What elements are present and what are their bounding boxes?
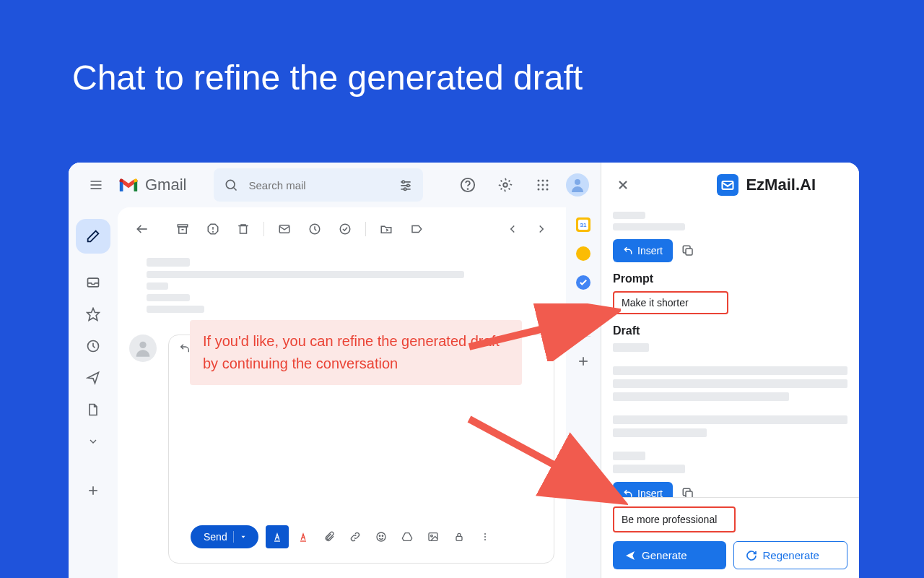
link-icon[interactable]: [344, 525, 367, 548]
ezmail-title: EzMail.AI: [746, 176, 816, 194]
svg-rect-60: [686, 249, 692, 255]
svg-point-23: [575, 179, 580, 185]
keep-addon-icon[interactable]: [576, 246, 590, 261]
lock-icon[interactable]: [448, 525, 471, 548]
draft-content-skeleton: [613, 343, 847, 473]
svg-point-35: [213, 231, 214, 232]
search-icon: [224, 178, 238, 192]
attach-icon[interactable]: [318, 525, 341, 548]
copy-icon[interactable]: [681, 244, 694, 257]
drive-icon[interactable]: [396, 525, 419, 548]
svg-point-38: [340, 224, 350, 234]
svg-point-19: [546, 184, 549, 186]
insert-button-2[interactable]: Insert: [613, 482, 673, 497]
svg-point-10: [404, 188, 406, 190]
ezmail-panel: EzMail.AI Insert Prompt Make it shorter …: [601, 163, 859, 578]
nav-more[interactable]: [76, 427, 110, 456]
svg-point-14: [538, 180, 540, 182]
svg-point-45: [379, 535, 380, 536]
search-options-icon[interactable]: [398, 178, 413, 192]
svg-rect-61: [686, 491, 692, 497]
svg-point-17: [538, 184, 540, 186]
svg-point-52: [484, 536, 486, 538]
contacts-addon-icon[interactable]: [576, 304, 590, 319]
calendar-addon-icon[interactable]: 31: [576, 217, 590, 232]
svg-point-49: [430, 535, 432, 537]
more-icon[interactable]: [474, 525, 497, 548]
get-addons-icon[interactable]: [576, 354, 590, 368]
insert-label: Insert: [637, 488, 663, 497]
nav-inbox[interactable]: [76, 268, 110, 297]
svg-point-16: [546, 180, 549, 182]
compose-toolbar: [118, 207, 566, 251]
nav-new-label[interactable]: [76, 476, 110, 505]
message-header-skeleton: [118, 251, 566, 320]
reply-icon: [623, 246, 633, 256]
svg-rect-42: [274, 540, 280, 541]
menu-icon[interactable]: [80, 169, 112, 201]
svg-marker-25: [87, 309, 100, 321]
gmail-logo: Gmail: [118, 176, 186, 194]
refine-input[interactable]: Be more professional: [613, 506, 736, 532]
send-options-icon[interactable]: [240, 533, 247, 540]
svg-point-22: [546, 189, 549, 191]
send-icon: [624, 550, 636, 561]
gmail-header: Gmail: [69, 163, 601, 207]
svg-point-54: [581, 306, 586, 311]
reply-icon: [179, 342, 191, 354]
previous-draft-skeleton: [613, 212, 847, 230]
svg-point-13: [503, 183, 507, 187]
nav-starred[interactable]: [76, 300, 110, 329]
generate-button[interactable]: Generate: [613, 541, 726, 569]
insert-button-1[interactable]: Insert: [613, 239, 673, 262]
send-label: Send: [204, 531, 227, 543]
copy-icon[interactable]: [681, 487, 694, 497]
svg-line-4: [234, 188, 237, 191]
generate-label: Generate: [642, 549, 687, 561]
svg-marker-47: [402, 533, 411, 541]
nav-drafts[interactable]: [76, 395, 110, 424]
refresh-icon: [746, 550, 757, 561]
compose-button[interactable]: [76, 219, 110, 254]
delete-icon[interactable]: [230, 216, 256, 242]
sender-avatar: [129, 335, 157, 362]
text-color-icon[interactable]: [292, 525, 315, 548]
label-icon[interactable]: [404, 216, 430, 242]
image-icon[interactable]: [422, 525, 445, 548]
mark-unread-icon[interactable]: [271, 216, 297, 242]
reply-icon: [623, 488, 633, 497]
spam-icon[interactable]: [200, 216, 226, 242]
compose-area: Send: [118, 207, 566, 578]
emoji-icon[interactable]: [370, 525, 393, 548]
move-icon[interactable]: [373, 216, 399, 242]
help-icon[interactable]: [453, 171, 482, 199]
svg-point-3: [227, 180, 235, 189]
svg-point-39: [139, 342, 146, 348]
regenerate-label: Regenerate: [763, 549, 819, 561]
svg-point-46: [382, 535, 383, 536]
callout-tooltip: If you'd like, you can refine the genera…: [190, 320, 522, 385]
nav-snoozed[interactable]: [76, 332, 110, 361]
regenerate-button[interactable]: Regenerate: [733, 541, 848, 569]
search-input[interactable]: [248, 179, 388, 191]
svg-rect-50: [456, 536, 462, 540]
nav-sent[interactable]: [76, 363, 110, 392]
account-avatar[interactable]: [566, 173, 589, 197]
svg-point-12: [468, 189, 468, 189]
add-task-icon[interactable]: [332, 216, 358, 242]
search-bar[interactable]: [214, 168, 423, 202]
archive-icon[interactable]: [170, 216, 196, 242]
settings-icon[interactable]: [491, 171, 520, 199]
back-icon[interactable]: [129, 216, 155, 242]
format-icon[interactable]: [266, 525, 289, 548]
close-icon[interactable]: [616, 178, 630, 192]
next-icon[interactable]: [528, 216, 554, 242]
gmail-nav: [69, 207, 118, 578]
svg-point-21: [542, 189, 544, 191]
snooze-icon[interactable]: [302, 216, 328, 242]
tasks-addon-icon[interactable]: [576, 275, 590, 290]
send-button[interactable]: Send: [191, 525, 258, 548]
prev-icon[interactable]: [500, 216, 526, 242]
gmail-app: Gmail: [69, 163, 601, 578]
apps-icon[interactable]: [528, 171, 557, 199]
